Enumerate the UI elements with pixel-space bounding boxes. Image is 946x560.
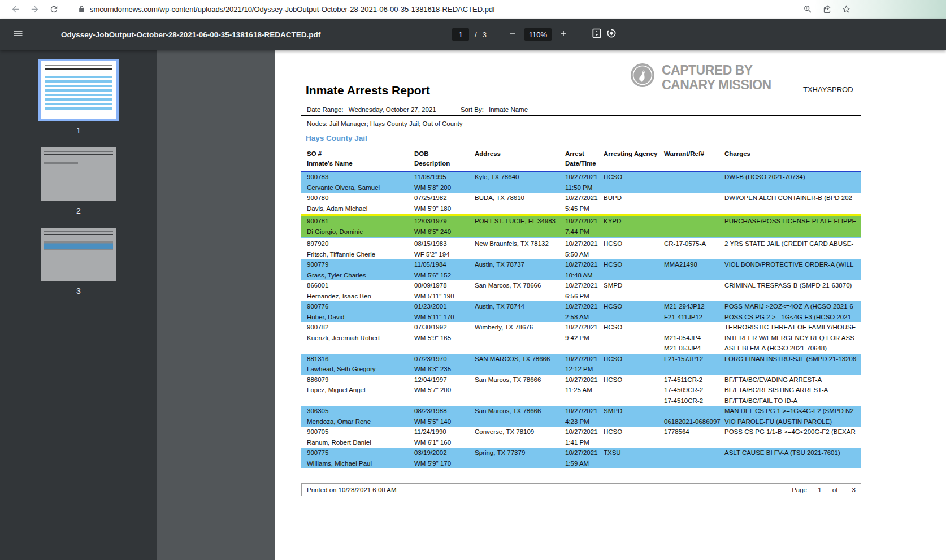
cell-dob-description: 08/09/1978 [414, 280, 475, 291]
cell-so-number [301, 396, 414, 406]
cell-so-number: Hernandez, Isaac Ben [301, 291, 414, 302]
page-separator: / [475, 31, 477, 39]
cell-so-number: 897920 [301, 238, 414, 249]
forward-icon [30, 5, 40, 14]
cell-charges: PURCHASE/POSS LICENSE PLATE FLIPPE [724, 216, 861, 227]
hamburger-menu-icon [12, 28, 24, 41]
cell-dob-description: WM 5'7" 200 [414, 385, 475, 396]
cell-charges: FORG FINAN INSTRU-SJF (SMPD 21-13206 [724, 354, 861, 364]
cell-warrant-ref [664, 406, 724, 416]
canary-bird-icon [630, 63, 655, 90]
cell-arresting-agency [604, 396, 664, 406]
cell-so-number: 900783 [301, 172, 414, 183]
cell-warrant-ref: F21-157JP12 [664, 354, 724, 364]
cell-so-number: Mendoza, Omar Rene [301, 416, 414, 427]
share-button[interactable] [817, 2, 836, 17]
zoom-in-button[interactable] [556, 27, 571, 42]
cell-so-number: Grass, Tyler Charles [301, 270, 414, 281]
nodes-label: Nodes: [307, 120, 327, 127]
browser-window: smcorridornews.com/wp-content/uploads/20… [0, 0, 946, 560]
url-text[interactable]: smcorridornews.com/wp-content/uploads/20… [90, 5, 495, 14]
cell-warrant-ref [664, 193, 724, 203]
cell-address: San Marcos, TX 78666 [475, 406, 565, 416]
cell-charges: VIO PAROLE-FU (AUSTIN PAROLE) [724, 416, 861, 427]
cell-arrest-datetime: 10/27/2021 [565, 193, 604, 203]
cell-dob-description: WM 5'9" 165 [414, 333, 475, 344]
cell-arrest-datetime: 10:48 AM [565, 270, 604, 281]
lock-icon[interactable] [78, 6, 85, 13]
cell-so-number: 900775 [301, 448, 414, 458]
table-header: SO #Inmate's NameDOBDescriptionAddress A… [301, 149, 861, 172]
cell-arrest-datetime: 5:50 AM [565, 249, 604, 260]
date-range-label: Date Range: [307, 106, 344, 113]
cell-dob-description: 12/03/1979 [414, 216, 475, 227]
thumbnail-item: 1 [38, 59, 119, 135]
cell-warrant-ref [664, 227, 724, 237]
cell-address [475, 291, 565, 302]
cell-arresting-agency [604, 291, 664, 302]
column-header: Arresting Agency [604, 149, 664, 168]
cell-warrant-ref [664, 172, 724, 183]
cell-dob-description: WM 5'11" 170 [414, 312, 475, 323]
horizontal-rule [301, 115, 861, 116]
cell-warrant-ref [664, 291, 724, 302]
cell-arresting-agency: HCSO [604, 354, 664, 364]
pdf-filename: Odyssey-JobOutput-October-28-2021-06-00-… [61, 31, 320, 39]
cell-so-number: 881316 [301, 354, 414, 364]
table-row: 86600108/09/1978San Marcos, TX 7866610/2… [301, 280, 861, 301]
cell-address: Austin, TX 78744 [475, 301, 565, 312]
cell-so-number: 900776 [301, 301, 414, 312]
rotate-button[interactable] [604, 27, 619, 42]
zoom-out-button[interactable] [505, 27, 520, 42]
menu-button[interactable] [7, 23, 29, 46]
cell-charges: DWI/OPEN ALCH CONTAINER-B (BPD 202 [724, 193, 861, 203]
cell-arresting-agency: HCSO [604, 375, 664, 385]
cell-address: Wimberly, TX 78676 [475, 322, 565, 333]
back-button[interactable] [6, 2, 25, 17]
cell-warrant-ref: M21-294JP12 [664, 301, 724, 312]
cell-address [475, 396, 565, 406]
cell-dob-description: WM 5'6" 152 [414, 270, 475, 281]
table-row: 89792008/15/1983New Braunfels, TX 781321… [301, 238, 861, 259]
cell-dob-description: 12/04/1997 [414, 375, 475, 385]
cell-so-number: 900781 [301, 216, 414, 227]
bookmark-button[interactable] [836, 2, 856, 17]
cell-address [475, 270, 565, 281]
cell-arresting-agency: SMPD [604, 280, 664, 291]
cell-dob-description: 03/19/2002 [414, 448, 475, 458]
cell-address: Converse, TX 78109 [475, 427, 565, 437]
cell-so-number: 866001 [301, 280, 414, 291]
cell-address: SAN MARCOS, TX 78666 [475, 354, 565, 364]
cell-dob-description: 11/24/1990 [414, 427, 475, 437]
page-number-input[interactable] [452, 28, 469, 41]
table-row: 30630508/23/1988San Marcos, TX 7866610/2… [301, 406, 861, 427]
page-thumbnail[interactable] [41, 147, 116, 201]
page-thumbnail[interactable] [38, 59, 119, 121]
cell-arresting-agency: HCSO [604, 259, 664, 270]
cell-warrant-ref: CR-17-0575-A [664, 238, 724, 249]
cell-address [475, 364, 565, 375]
fit-page-button[interactable] [589, 27, 604, 42]
cell-address: Austin, TX 78737 [475, 259, 565, 270]
thumbnail-sidebar: 123 [0, 50, 157, 560]
cell-charges: MAN DEL CS PG 1 >=1G<4G-F2 (SMPD N2 [724, 406, 861, 416]
cell-arrest-datetime: 10/27/2021 [565, 301, 604, 312]
page-thumbnail[interactable] [41, 228, 116, 281]
minus-icon [508, 29, 517, 40]
cell-arrest-datetime: 1:59 AM [565, 458, 604, 469]
nodes-value: Jail Manager; Hays County Jail; Out of C… [329, 120, 463, 127]
page-zoom-button[interactable] [798, 2, 817, 17]
fit-page-icon [591, 28, 602, 41]
cell-arresting-agency [604, 343, 664, 354]
omnibox[interactable]: smcorridornews.com/wp-content/uploads/20… [70, 5, 798, 14]
reload-button[interactable] [44, 2, 63, 17]
cell-dob-description: WM 5'9" 180 [414, 203, 475, 214]
cell-arresting-agency [604, 270, 664, 281]
cell-warrant-ref: MMA21498 [664, 259, 724, 270]
cell-so-number: 900705 [301, 427, 414, 437]
cell-dob-description: 11/08/1995 [414, 172, 475, 183]
cell-charges: CRIMINAL TRESPASS-B (SMPD 21-63870) [724, 280, 861, 291]
zoom-level: 110% [524, 28, 552, 41]
forward-button[interactable] [25, 2, 44, 17]
cell-so-number: 886079 [301, 375, 414, 385]
